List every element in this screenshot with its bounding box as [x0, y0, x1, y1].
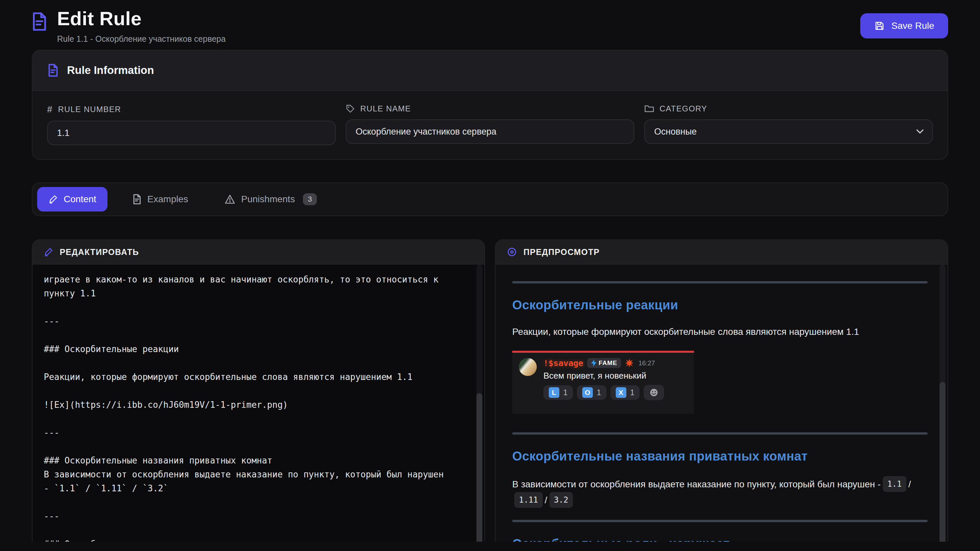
- inline-code: 1.1: [883, 476, 906, 492]
- tab-examples-label: Examples: [147, 194, 188, 205]
- reaction-pill: X 1: [611, 385, 640, 400]
- message-timestamp: 16:27: [638, 359, 655, 367]
- preview-heading-reactions: Оскорбительные реакции: [512, 298, 928, 312]
- markdown-editor[interactable]: играете в каком-то из каналов и вас начи…: [32, 265, 484, 542]
- page-subtitle: Rule 1.1 - Оскорбление участников сервер…: [57, 34, 226, 44]
- tab-punishments-label: Punishments: [241, 194, 295, 205]
- pencil-icon: [44, 247, 53, 257]
- folder-icon: [644, 105, 654, 113]
- rule-number-label: # RULE NUMBER: [47, 104, 336, 115]
- letter-emoji: L: [549, 387, 559, 398]
- letter-emoji: X: [616, 387, 626, 398]
- inline-code: 1.11: [514, 492, 543, 508]
- category-field: CATEGORY Основные: [644, 104, 933, 145]
- preview-scrollbar[interactable]: [940, 265, 945, 542]
- rule-name-label: RULE NAME: [346, 104, 634, 113]
- page-title: Edit Rule: [57, 7, 226, 30]
- preview-panel-header: ПРЕДПРОСМОТР: [496, 240, 948, 265]
- preview-panel: ПРЕДПРОСМОТР Оскорбительные реакции Реак…: [495, 239, 948, 542]
- preview-heading-roles: Оскорбительные роли - нарушает: [512, 537, 928, 542]
- tag-icon: [346, 104, 355, 113]
- chevron-down-icon: [916, 129, 924, 134]
- punishments-count-badge: 3: [303, 193, 317, 205]
- editor-scrollbar-thumb[interactable]: [476, 393, 482, 542]
- category-selected-value: Основные: [654, 127, 697, 137]
- warning-icon: [224, 194, 235, 204]
- document-icon: [48, 64, 58, 77]
- preview-paragraph-codes: В зависимости от оскорбления выдаете нак…: [512, 476, 928, 508]
- editor-panel-header: РЕДАКТИРОВАТЬ: [32, 240, 484, 265]
- burst-icon: [625, 359, 634, 367]
- editor-scrollbar[interactable]: [476, 265, 482, 542]
- pencil-icon: [48, 195, 58, 204]
- tab-content-label: Content: [64, 194, 96, 205]
- tab-punishments[interactable]: Punishments 3: [213, 187, 328, 211]
- category-label: CATEGORY: [644, 104, 933, 113]
- discord-username: !$savage: [543, 358, 583, 368]
- save-button-label: Save Rule: [891, 21, 934, 31]
- divider: [512, 281, 928, 283]
- reaction-pill: L 1: [543, 385, 573, 400]
- fame-badge: FAME: [587, 358, 621, 368]
- panels-row: РЕДАКТИРОВАТЬ играете в каком-то из кана…: [32, 239, 948, 542]
- markdown-preview: Оскорбительные реакции Реакции, которые …: [496, 265, 948, 542]
- divider: [512, 432, 928, 435]
- discord-message-image: !$savage FAME: [512, 351, 694, 414]
- rule-number-field: # RULE NUMBER: [47, 104, 336, 145]
- smiley-icon: [644, 385, 664, 400]
- rule-name-input[interactable]: [346, 119, 634, 144]
- markdown-editor-content[interactable]: играете в каком-то из каналов и вас начи…: [32, 265, 484, 542]
- section-title: Rule Information: [67, 64, 154, 76]
- discord-message-text: Всем привет, я новенький: [543, 371, 687, 381]
- preview-paragraph: Реакции, которые формируют оскорбительны…: [512, 325, 928, 339]
- topbar: Edit Rule Rule 1.1 - Оскорбление участни…: [32, 0, 948, 44]
- edit-rule-page: Edit Rule Rule 1.1 - Оскорбление участни…: [0, 0, 980, 551]
- save-rule-button[interactable]: Save Rule: [860, 13, 948, 38]
- letter-emoji: O: [582, 387, 593, 398]
- rule-name-field: RULE NAME: [346, 104, 634, 145]
- lightning-icon: [591, 359, 597, 367]
- rule-information-header: Rule Information: [32, 51, 948, 91]
- divider: [512, 520, 928, 522]
- preview-heading-private-rooms: Оскорбительные названия приватных комнат: [512, 449, 928, 464]
- reactions-row: L 1 O 1 X 1: [543, 385, 687, 400]
- tab-examples[interactable]: Examples: [121, 187, 199, 211]
- preview-panel-title: ПРЕДПРОСМОТР: [523, 247, 600, 257]
- rule-number-input[interactable]: [47, 121, 336, 145]
- inline-code: 3.2: [549, 492, 573, 508]
- tabs-bar: Content Examples: [32, 183, 948, 216]
- document-icon: [133, 194, 141, 205]
- eye-icon: [507, 247, 517, 257]
- rule-information-card: Rule Information # RULE NUMBER: [32, 50, 948, 160]
- reaction-pill: O 1: [577, 385, 606, 400]
- editor-panel-title: РЕДАКТИРОВАТЬ: [60, 247, 139, 257]
- save-icon: [874, 21, 885, 31]
- rule-information-body: # RULE NUMBER RULE NAME: [32, 91, 948, 159]
- avatar: [519, 358, 537, 376]
- document-icon: [32, 12, 47, 31]
- hash-icon: #: [47, 104, 53, 115]
- editor-panel: РЕДАКТИРОВАТЬ играете в каком-то из кана…: [32, 239, 485, 542]
- tab-content[interactable]: Content: [37, 187, 108, 211]
- category-select[interactable]: Основные: [644, 119, 933, 144]
- preview-scrollbar-thumb[interactable]: [940, 382, 945, 542]
